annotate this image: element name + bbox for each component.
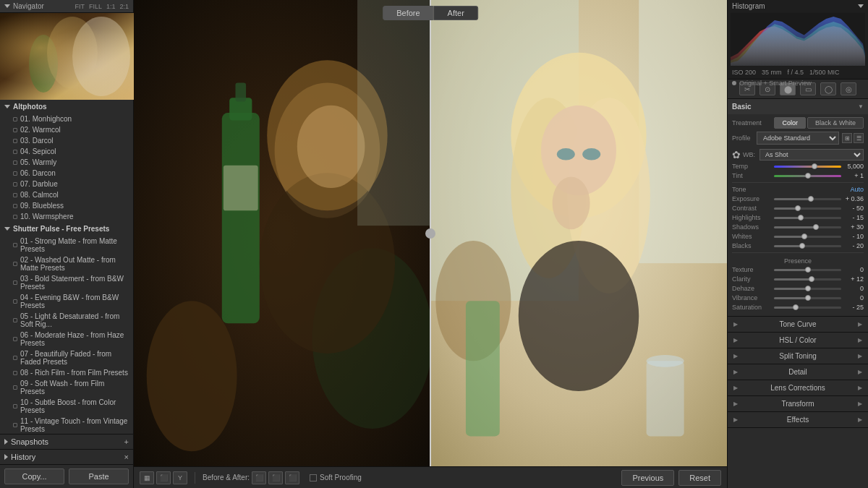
shadows-thumb[interactable] bbox=[813, 224, 819, 230]
ba-view-3[interactable]: ⬛ bbox=[285, 471, 299, 484]
after-button[interactable]: After bbox=[434, 6, 478, 20]
snapshots-add-icon[interactable]: + bbox=[124, 437, 129, 446]
temp-slider[interactable] bbox=[774, 166, 841, 168]
histogram-section: Histogram bbox=[728, 0, 868, 80]
snapshots-section[interactable]: Snapshots + bbox=[0, 434, 133, 449]
tone-curve-section[interactable]: ▶ Tone Curve ▶ bbox=[728, 317, 868, 333]
altphotos-preset-09[interactable]: 09. Bluebless bbox=[0, 200, 133, 211]
nav-fill[interactable]: FILL bbox=[89, 3, 102, 10]
whites-thumb[interactable] bbox=[801, 234, 807, 239]
eyedropper-icon[interactable]: ✿ bbox=[732, 149, 741, 160]
altphotos-preset-10[interactable]: 10. Warmsphere bbox=[0, 211, 133, 222]
blacks-thumb[interactable] bbox=[799, 243, 805, 249]
nav-fit[interactable]: FIT bbox=[75, 3, 85, 10]
whites-value: - 10 bbox=[843, 233, 864, 240]
detail-left-icon: ▶ bbox=[733, 369, 738, 375]
shutter-group-header[interactable]: Shutter Pulse - Free Presets bbox=[0, 222, 133, 236]
saturation-thumb[interactable] bbox=[793, 304, 799, 310]
ba-view-2[interactable]: ⬛ bbox=[268, 471, 283, 484]
shadows-slider[interactable] bbox=[774, 226, 841, 228]
altphotos-preset-02[interactable]: 02. Warmcol bbox=[0, 124, 133, 135]
profile-icon-grid[interactable]: ⊞ bbox=[842, 133, 852, 143]
altphotos-preset-08[interactable]: 08. Calmcol bbox=[0, 189, 133, 200]
shutter-preset-04[interactable]: 04 - Evening B&W - from B&W Presets bbox=[0, 292, 133, 311]
history-section[interactable]: History × bbox=[0, 449, 133, 464]
detail-section[interactable]: ▶ Detail ▶ bbox=[728, 364, 868, 380]
color-treatment-btn[interactable]: Color bbox=[774, 117, 806, 129]
shutter-preset-01[interactable]: 01 - Strong Matte - from Matte Presets bbox=[0, 236, 133, 254]
altphotos-preset-03[interactable]: 03. Darcol bbox=[0, 135, 133, 146]
texture-slider[interactable] bbox=[774, 269, 841, 271]
before-after-bar: Before After bbox=[383, 6, 478, 20]
vibrance-thumb[interactable] bbox=[805, 295, 811, 301]
wb-selector[interactable]: As Shot bbox=[760, 149, 864, 160]
saturation-slider[interactable] bbox=[774, 307, 841, 309]
svg-point-5 bbox=[147, 301, 237, 451]
shutter-preset-09[interactable]: 09 - Soft Wash - from Film Presets bbox=[0, 378, 133, 397]
grid-view-button[interactable]: ▦ bbox=[140, 471, 154, 484]
basic-section-header[interactable]: Basic ▼ bbox=[728, 99, 868, 114]
clarity-thumb[interactable] bbox=[809, 276, 814, 282]
divider-handle[interactable] bbox=[425, 228, 435, 239]
compare-view-button[interactable]: Y bbox=[173, 471, 187, 484]
previous-button[interactable]: Previous bbox=[621, 470, 674, 486]
shutter-preset-10[interactable]: 10 - Subtle Boost - from Color Presets bbox=[0, 397, 133, 416]
contrast-thumb[interactable] bbox=[795, 205, 801, 211]
altphotos-preset-07[interactable]: 07. Darblue bbox=[0, 179, 133, 189]
exposure-thumb[interactable] bbox=[808, 196, 814, 202]
shutter-preset-08[interactable]: 08 - Rich Film - from Film Presets bbox=[0, 367, 133, 378]
tint-slider[interactable] bbox=[774, 175, 841, 177]
altphotos-group-header[interactable]: Altphotos bbox=[0, 100, 133, 114]
dehaze-slider[interactable] bbox=[774, 288, 841, 290]
soft-proofing-checkbox[interactable] bbox=[310, 474, 317, 481]
ba-view-1[interactable]: ⬛ bbox=[252, 471, 266, 484]
tint-thumb[interactable] bbox=[805, 173, 811, 179]
texture-thumb[interactable] bbox=[805, 267, 811, 273]
lens-corrections-section[interactable]: ▶ Lens Corrections ▶ bbox=[728, 380, 868, 396]
loupe-view-button[interactable]: ⬛ bbox=[156, 471, 171, 484]
shutter-preset-03[interactable]: 03 - Bold Statement - from B&W Presets bbox=[0, 273, 133, 292]
view-buttons: ▦ ⬛ Y bbox=[140, 471, 187, 484]
vibrance-slider[interactable] bbox=[774, 297, 841, 299]
dehaze-thumb[interactable] bbox=[805, 286, 811, 291]
contrast-slider[interactable] bbox=[774, 207, 841, 210]
highlights-slider[interactable] bbox=[774, 217, 841, 219]
altphotos-preset-01[interactable]: 01. Monhighcon bbox=[0, 114, 133, 124]
nav-ratio2[interactable]: 2:1 bbox=[119, 3, 129, 10]
whites-slider[interactable] bbox=[774, 236, 841, 238]
transform-section[interactable]: ▶ Transform ▶ bbox=[728, 396, 868, 412]
profile-icon-list[interactable]: ☰ bbox=[854, 133, 864, 143]
split-toning-section[interactable]: ▶ Split Toning ▶ bbox=[728, 348, 868, 364]
shutter-preset-07[interactable]: 07 - Beautifully Faded - from Faded Pres… bbox=[0, 348, 133, 367]
effects-section[interactable]: ▶ Effects ▶ bbox=[728, 412, 868, 428]
navigator-collapse-icon[interactable] bbox=[4, 4, 10, 8]
profile-select[interactable]: Adobe Standard bbox=[757, 132, 839, 145]
altphotos-preset-04[interactable]: 04. Sepicol bbox=[0, 146, 133, 157]
bw-treatment-btn[interactable]: Black & White bbox=[807, 117, 864, 129]
ba-selector: Before & After: ⬛ ⬛ ⬛ bbox=[203, 471, 299, 484]
paste-button[interactable]: Paste bbox=[69, 468, 129, 484]
shutter-preset-05[interactable]: 05 - Light & Desaturated - from Soft Rig… bbox=[0, 311, 133, 330]
copy-button[interactable]: Copy... bbox=[4, 468, 64, 484]
temp-thumb[interactable] bbox=[812, 163, 817, 169]
blacks-slider[interactable] bbox=[774, 245, 841, 247]
nav-ratio1[interactable]: 1:1 bbox=[106, 3, 116, 10]
before-button[interactable]: Before bbox=[383, 6, 433, 20]
tone-value[interactable]: Auto bbox=[843, 186, 864, 193]
history-label: History bbox=[11, 453, 35, 461]
shutter-preset-11[interactable]: 11 - Vintage Touch - from Vintage Preset… bbox=[0, 416, 133, 434]
reset-button[interactable]: Reset bbox=[678, 470, 721, 486]
highlights-thumb[interactable] bbox=[798, 215, 804, 221]
shutter-preset-06[interactable]: 06 - Moderate Haze - from Haze Presets bbox=[0, 330, 133, 348]
hsl-section[interactable]: ▶ HSL / Color ▶ bbox=[728, 333, 868, 348]
shutter-preset-02[interactable]: 02 - Washed Out Matte - from Matte Prese… bbox=[0, 254, 133, 273]
history-close-icon[interactable]: × bbox=[124, 453, 129, 461]
exposure-slider[interactable] bbox=[774, 198, 841, 200]
soft-proofing: Soft Proofing bbox=[310, 474, 362, 481]
altphotos-preset-06[interactable]: 06. Darcon bbox=[0, 168, 133, 179]
histogram-collapse-icon[interactable] bbox=[858, 4, 864, 8]
clarity-slider[interactable] bbox=[774, 278, 841, 281]
svg-rect-30 bbox=[466, 301, 500, 436]
altphotos-preset-05[interactable]: 05. Warmly bbox=[0, 157, 133, 168]
bottom-toolbar: ▦ ⬛ Y Before & After: ⬛ ⬛ ⬛ Soft Proofin… bbox=[134, 466, 727, 488]
